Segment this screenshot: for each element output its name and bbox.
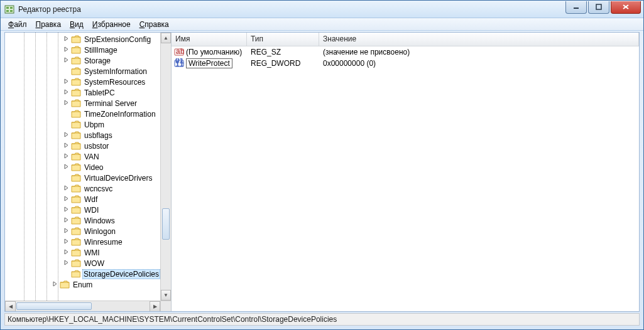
- scroll-up-button[interactable]: ▲: [161, 33, 171, 43]
- column-header-name[interactable]: Имя: [172, 33, 247, 46]
- expand-arrow[interactable]: [63, 164, 70, 171]
- tree-item[interactable]: usbflags: [5, 130, 160, 141]
- menu-view[interactable]: Вид: [66, 19, 87, 29]
- menu-favorites[interactable]: Избранное: [89, 19, 134, 29]
- expand-arrow[interactable]: [52, 281, 58, 288]
- maximize-button[interactable]: [588, 1, 609, 14]
- expand-arrow-icon: [63, 238, 69, 244]
- tree-item[interactable]: StillImage: [5, 45, 160, 55]
- tree-item[interactable]: WDI: [5, 205, 160, 215]
- svg-rect-2: [6, 10, 9, 12]
- tree-item[interactable]: Storage: [5, 55, 160, 66]
- tree-item[interactable]: Wdf: [5, 194, 160, 205]
- scroll-right-button[interactable]: ▶: [150, 301, 160, 311]
- menu-help[interactable]: Справка: [136, 19, 173, 29]
- tree-item-label: TabletPC: [83, 88, 116, 97]
- expand-arrow[interactable]: [63, 46, 70, 53]
- tree-item[interactable]: Windows: [5, 215, 160, 226]
- expand-arrow[interactable]: [63, 228, 70, 235]
- expand-arrow[interactable]: [63, 89, 70, 96]
- expand-arrow-icon: [63, 206, 69, 212]
- svg-rect-3: [10, 7, 13, 9]
- tree-item[interactable]: usbstor: [5, 141, 160, 151]
- titlebar[interactable]: Редактор реестра: [1, 1, 643, 18]
- tree-item[interactable]: VAN: [5, 151, 160, 162]
- value-data: (значение не присвоено): [319, 48, 639, 56]
- expand-arrow[interactable]: [63, 196, 70, 203]
- scroll-corner: [160, 301, 171, 311]
- expand-arrow[interactable]: [63, 260, 70, 267]
- folder-icon: [71, 67, 81, 76]
- expand-arrow[interactable]: [63, 153, 70, 160]
- expand-arrow[interactable]: [63, 217, 70, 224]
- expand-arrow[interactable]: [63, 57, 70, 64]
- string-value-icon: ab: [174, 47, 184, 57]
- folder-icon: [71, 216, 81, 225]
- folder-icon: [71, 270, 80, 279]
- value-type: REG_SZ: [247, 48, 319, 56]
- tree-item[interactable]: Winresume: [5, 237, 160, 247]
- folder-icon: [71, 35, 81, 44]
- minimize-button[interactable]: [565, 1, 587, 14]
- tree-item[interactable]: Video: [5, 162, 160, 173]
- list-body[interactable]: ab(По умолчанию)REG_SZ(значение не присв…: [172, 46, 639, 311]
- expand-arrow[interactable]: [63, 142, 70, 149]
- expand-arrow[interactable]: [63, 100, 70, 107]
- scroll-thumb-vertical[interactable]: [162, 208, 170, 240]
- tree-item[interactable]: Terminal Server: [5, 98, 160, 109]
- expand-arrow[interactable]: [63, 249, 70, 256]
- tree-item[interactable]: Ubpm: [5, 119, 160, 130]
- expand-arrow-icon: [63, 142, 69, 148]
- tree-item[interactable]: StorageDevicePolicies: [5, 269, 160, 279]
- menu-edit[interactable]: Правка: [32, 19, 65, 29]
- folder-icon: [71, 56, 81, 65]
- svg-text:ab: ab: [176, 47, 184, 56]
- folder-icon: [71, 110, 81, 119]
- column-header-value[interactable]: Значение: [319, 33, 639, 46]
- window-buttons: [564, 1, 641, 14]
- expand-arrow-icon: [63, 217, 69, 223]
- menubar: Файл Правка Вид Избранное Справка: [1, 18, 643, 31]
- tree-horizontal-scrollbar[interactable]: ◀ ▶: [5, 301, 160, 311]
- tree-item[interactable]: VirtualDeviceDrivers: [5, 173, 160, 183]
- folder-icon: [71, 248, 81, 257]
- expand-arrow[interactable]: [63, 132, 70, 139]
- tree-item[interactable]: SrpExtensionConfig: [5, 34, 160, 45]
- tree-item[interactable]: WMI: [5, 247, 160, 258]
- tree-item[interactable]: WOW: [5, 258, 160, 269]
- scroll-down-button[interactable]: ▼: [161, 290, 171, 301]
- tree-item[interactable]: SystemResources: [5, 77, 160, 87]
- tree-item-label: Winresume: [83, 238, 124, 247]
- tree-item-label: Storage: [83, 56, 112, 65]
- expand-arrow-icon: [63, 36, 69, 41]
- folder-icon: [71, 174, 81, 183]
- scroll-thumb-horizontal[interactable]: [16, 302, 92, 310]
- tree-item[interactable]: wcncsvc: [5, 183, 160, 194]
- tree-item[interactable]: SystemInformation: [5, 66, 160, 77]
- expand-arrow-icon: [52, 281, 58, 287]
- expand-arrow-icon: [63, 260, 69, 265]
- tree-item[interactable]: TimeZoneInformation: [5, 109, 160, 119]
- tree-scroll[interactable]: SrpExtensionConfigStillImageStorageSyste…: [5, 33, 160, 301]
- folder-icon: [71, 195, 81, 204]
- expand-arrow[interactable]: [63, 206, 70, 213]
- list-row[interactable]: ab(По умолчанию)REG_SZ(значение не присв…: [172, 46, 639, 58]
- tree-item-label: WMI: [83, 248, 101, 257]
- tree-item-label: StorageDevicePolicies: [82, 269, 160, 279]
- expand-arrow[interactable]: [63, 185, 70, 192]
- tree-item[interactable]: TabletPC: [5, 87, 160, 98]
- expand-arrow-icon: [63, 164, 69, 169]
- expand-arrow[interactable]: [63, 36, 70, 43]
- list-row[interactable]: 011110WriteProtectREG_DWORD0x00000000 (0…: [172, 58, 639, 69]
- close-button[interactable]: [611, 1, 641, 14]
- expand-arrow[interactable]: [63, 78, 70, 85]
- expand-arrow-icon: [63, 132, 69, 137]
- menu-file[interactable]: Файл: [4, 19, 31, 29]
- folder-icon: [71, 99, 81, 108]
- expand-arrow[interactable]: [63, 238, 70, 245]
- tree-item[interactable]: Enum: [5, 279, 160, 290]
- scroll-left-button[interactable]: ◀: [5, 301, 16, 311]
- column-header-type[interactable]: Тип: [247, 33, 319, 46]
- tree-item[interactable]: Winlogon: [5, 226, 160, 237]
- tree-vertical-scrollbar[interactable]: ▲ ▼: [160, 33, 171, 301]
